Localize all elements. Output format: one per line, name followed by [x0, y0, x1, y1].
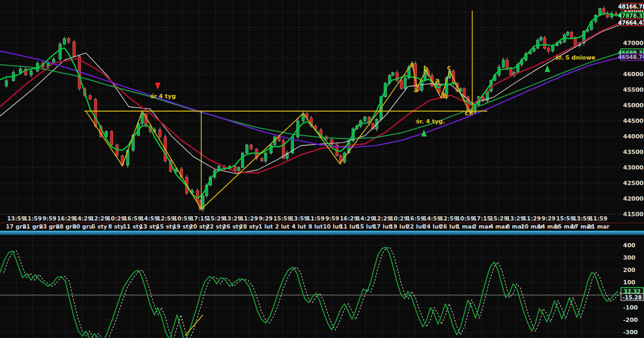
time-label: 9:29: [259, 215, 273, 222]
date-label: 1 mar: [456, 223, 475, 230]
time-label: 13:29: [223, 215, 241, 222]
time-label: 11:29: [523, 215, 540, 222]
candle-body: [400, 80, 403, 89]
candle-body: [241, 153, 244, 167]
date-label: 4 mar: [489, 223, 508, 230]
time-label: 14:29: [74, 215, 91, 222]
date-label: 11 lut: [340, 223, 358, 230]
candle-body: [533, 48, 536, 51]
candle-body: [94, 99, 97, 126]
annotation-label: śr. 5 dniowe: [555, 54, 596, 61]
candle-body: [567, 32, 569, 35]
time-label: 9:59: [325, 215, 339, 222]
price-tick-label: 44000: [623, 133, 644, 140]
time-label: 11:59: [306, 215, 324, 222]
date-label: 19 lut: [390, 223, 408, 230]
time-label: 13:59: [573, 215, 590, 222]
candle-body: [331, 139, 333, 145]
time-label: 15:29: [207, 215, 224, 222]
date-label: 10 lut: [323, 223, 341, 230]
value-box-text: 48166.78: [618, 4, 644, 10]
candle-body: [421, 80, 423, 90]
annotation-label: c: [447, 64, 451, 71]
price-tick-label: 44500: [623, 117, 644, 124]
price-value-box: -15.28: [621, 293, 643, 300]
candle-body: [510, 69, 513, 75]
time-label: 17:15: [473, 215, 491, 222]
candle-body: [506, 60, 509, 69]
time-label: 12:59: [440, 215, 457, 222]
date-label: 15 lut: [356, 223, 375, 230]
time-label: 9:59: [42, 215, 56, 222]
time-label: 11:59: [589, 215, 607, 222]
date-label: 5 sty: [91, 223, 107, 230]
candle-body: [540, 38, 543, 40]
time-label: 11:59: [24, 215, 41, 222]
candle-body: [159, 130, 162, 137]
annotation-label: a: [414, 86, 418, 94]
date-label: 28 sty: [239, 223, 259, 230]
candle-body: [392, 72, 394, 75]
price-tick-label: 45000: [623, 102, 644, 109]
time-label: 17:15: [190, 215, 208, 222]
trading-terminal: 4800047000460004550045000445004400043500…: [0, 0, 644, 338]
candle-body: [544, 38, 546, 48]
price-value-box: 47664.47: [618, 19, 644, 26]
candle-body: [547, 48, 550, 51]
price-tick-label: 43000: [623, 164, 644, 171]
candle-body: [196, 190, 199, 201]
price-value-box: 47878.31: [618, 12, 644, 19]
candle-body: [30, 71, 33, 75]
time-label: 14:59: [423, 215, 441, 222]
candle-body: [537, 40, 539, 48]
candle-body: [73, 42, 76, 56]
candle-body: [246, 145, 248, 153]
price-value-box: 46548.74: [618, 54, 644, 61]
time-label: 16:59: [123, 215, 141, 222]
candle-body: [19, 69, 22, 72]
price-tick-label: 46000: [623, 71, 644, 78]
annotation-label: śr 4 tyg: [150, 93, 176, 100]
candle-body: [116, 145, 119, 156]
candle-body: [111, 131, 113, 145]
date-label: 21 mar: [587, 223, 610, 230]
time-label: 9:29: [541, 215, 555, 222]
annotation-label: b: [423, 65, 428, 72]
annotation-label: śr. 4 tyg.: [416, 118, 445, 125]
osc-tick-label: 400: [623, 242, 635, 249]
value-box-text: 47664.47: [618, 20, 644, 26]
date-label: 2 lut: [275, 223, 289, 230]
chart-canvas[interactable]: 4800047000460004550045000445004400043500…: [0, 0, 644, 338]
time-label: 10:59: [456, 215, 474, 222]
candle-body: [238, 167, 240, 171]
candle-body: [68, 39, 70, 42]
candle-body: [89, 95, 92, 99]
candle-body: [570, 32, 573, 38]
date-label: 24 lut: [423, 223, 441, 230]
time-label: 15:29: [489, 215, 507, 222]
osc-tick-label: 200: [623, 267, 635, 274]
time-label: 11:29: [240, 215, 258, 222]
value-box-text: -15.28: [623, 295, 642, 300]
candle-body: [603, 9, 605, 13]
osc-tick-label: -100: [623, 304, 638, 311]
candle-body: [574, 38, 577, 46]
candle-body: [364, 117, 367, 121]
date-label: 17 lut: [373, 223, 391, 230]
annotation-label: b: [443, 92, 448, 100]
candle-body: [63, 39, 66, 44]
candle-body: [59, 44, 62, 59]
time-label: 12:29: [373, 215, 391, 222]
date-label: 4 lut: [291, 223, 306, 230]
panel-separator-bar[interactable]: [0, 231, 644, 235]
candle-body: [270, 145, 273, 153]
osc-tick-label: -300: [623, 329, 638, 336]
time-label: 15:59: [556, 215, 574, 222]
date-label: 1 lut: [258, 223, 273, 230]
price-tick-label: 42000: [623, 195, 644, 202]
osc-tick-label: -200: [623, 317, 638, 324]
annotation-label: c?: [465, 109, 472, 117]
date-label: 2 mar: [473, 223, 492, 230]
candle-body: [502, 60, 505, 67]
candle-body: [265, 153, 267, 161]
